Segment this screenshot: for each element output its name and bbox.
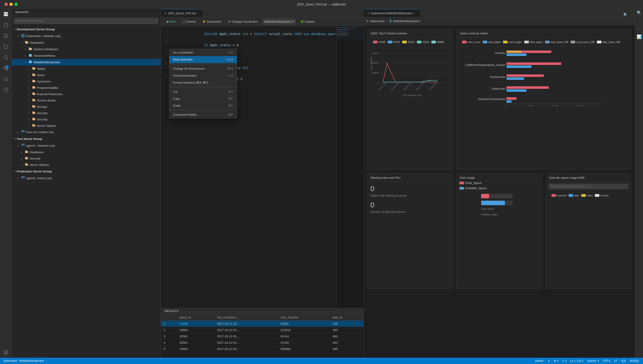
close-button[interactable] [5,3,8,6]
server-kubernetes[interactable]: ▾ kubernetes, <default> (sa) [12,33,161,39]
status-language[interactable]: SQL [621,359,626,362]
space-tables-more[interactable]: ··· [625,32,628,35]
svg-rect-57 [507,77,524,80]
down-arrow-icon[interactable]: ↓ [638,27,640,31]
tree-security-1[interactable]: ▸ Security [12,110,161,116]
tree-wideworldimporters[interactable]: ▾ WideWorldImporters [12,59,161,66]
search-icon[interactable] [3,54,9,60]
search-input[interactable] [14,18,159,24]
tree-system-databases[interactable]: ▸ System Databases [12,46,161,52]
status-dialect[interactable]: MSSQL [630,359,639,362]
group-header-test[interactable]: ▾ Test Server Group [12,135,161,142]
notifications-icon[interactable] [3,76,9,82]
tree-a1-server-objects[interactable]: ▸ Server Objects [12,162,161,168]
tree-programmability[interactable]: ▸ Programmability [12,84,161,91]
cancel-button[interactable]: Cancel [180,19,198,24]
dash-more-icon[interactable]: ··· [630,13,633,17]
data-file-search[interactable] [549,184,628,189]
svg-rect-55 [507,66,531,68]
tab-close-icon[interactable]: × [197,12,199,15]
data-file-more[interactable]: ··· [625,176,628,180]
df-unused: unused [600,194,608,197]
tree-synonyms[interactable]: ▸ Synonyms [12,78,161,84]
status-encoding[interactable]: UTF-8 [603,359,610,362]
tree-views[interactable]: ▸ Views [12,72,161,78]
bar-chart-icon[interactable]: 📊 [637,34,642,39]
ctx-format-document[interactable]: Format Document ⌥⇧F [169,72,237,79]
tree-storage[interactable]: ▸ Storage [12,104,161,110]
result-row-5[interactable]: 5 42563 2017-10-12 03:... 563056 665 [161,346,364,352]
minimize-button[interactable] [10,3,13,6]
history-icon[interactable] [3,87,9,93]
group-header-dev[interactable]: ▾ Development Server Group [12,26,161,33]
tree-security-2[interactable]: ▸ Security [12,116,161,122]
maximize-button[interactable] [15,3,18,6]
ctx-cut[interactable]: Cut ⌘X [169,88,237,95]
ctx-change-occurrences[interactable]: Change All Occurrences ⌘F2 [169,65,237,72]
status-spaces[interactable]: Spaces: 4 [587,359,599,362]
cell-max-dur: 61414 [278,333,330,340]
git-icon[interactable]: 1 [3,65,9,72]
zoom-icon[interactable]: 🔍 [637,10,642,15]
ctx-go-to-definition[interactable]: Go to Definition F12 [169,49,237,56]
tab-qds-query[interactable]: ≡ QDS_Query_Perf.sql × [161,9,203,17]
server-linuxvm[interactable]: ▸ linux-vm, master (sa) [12,129,161,135]
tree-a1-security[interactable]: ▸ Security [12,155,161,162]
status-master[interactable]: master* [535,359,544,362]
tab-kubernetes-dashboard[interactable]: ≡ kubernetes:WideWorldImporters × [364,9,420,17]
explain-button[interactable]: 🌿 Explain [298,19,317,24]
open-icon[interactable] [3,44,9,50]
sl-rows: rows_count [467,41,480,44]
tree-databases[interactable]: ▾ Databases [12,39,161,46]
dash-search-icon[interactable]: 🔍 [623,13,628,17]
tree-tables[interactable]: ▸ Tables [12,66,161,72]
qds-more-icon[interactable]: ··· [447,32,450,35]
result-row-1[interactable]: 1 41996 2017-10-11 10:... 61931 525 [161,320,364,327]
new-query-icon[interactable] [3,32,9,39]
chevron-a1sec-icon: ▸ [21,157,25,160]
clear-search-icon[interactable]: × [155,19,157,23]
tree-adventureworks[interactable]: ▸ AdventureWorks [12,52,161,59]
server-agent1[interactable]: ▾ agent1, <default> (sa) [12,142,161,149]
ctx-peek-definition[interactable]: Peek Definition ⌥F12 [169,56,237,63]
row-num: 2 [161,327,177,333]
result-row-2[interactable]: 2 42563 2017-10-12 03:... 221918 665 [161,327,364,333]
ctx-copy[interactable]: Copy ⌘C [169,95,237,102]
status-refresh-icon[interactable]: ↻ [548,359,550,362]
servers-icon[interactable] [3,11,9,17]
disconnect-button[interactable]: ⚡ Disconnect [200,19,224,24]
tree-service-broker[interactable]: ▸ Service Broker [12,97,161,104]
up-arrow-icon[interactable]: ↑ [638,19,640,23]
col-header-last-exec[interactable]: last_execution_... [214,314,278,320]
col-header-query-id[interactable]: query_id [177,314,214,320]
tree-server-objects-1[interactable]: ▸ Server Objects [12,122,161,129]
ctx-format-selection[interactable]: Format Selection [⌘K ⌘F] [169,79,237,86]
tree-ext-resources[interactable]: ▸ External Resources [12,91,161,97]
change-connection-button[interactable]: ⟳ Change Connection [226,19,260,24]
status-line-ending[interactable]: LF [614,359,617,362]
ctx-command-palette[interactable]: Command Palette... ⇧⌘P [169,111,237,118]
col-header-plan-id[interactable]: plan_id [330,314,364,320]
server-objects1-label: Server Objects [37,124,56,128]
ctx-paste[interactable]: Paste ⌘V [169,102,237,109]
svg-text:last_execution_time: last_execution_time [403,94,421,96]
svg-rect-70 [481,201,505,205]
results-table[interactable]: query_id last_execution_... max_duration… [161,314,364,358]
cell-plan-id: 663 [330,333,364,340]
svg-point-5 [4,56,7,59]
connection-dropdown[interactable]: WideWorldImporters ▾ [263,19,296,24]
result-row-3[interactable]: 3 42561 2017-10-12 03:... 61414 663 [161,333,364,340]
run-button[interactable]: ▶ Run [165,19,178,24]
tree-a1-databases[interactable]: ▸ Databases [12,149,161,155]
settings-icon[interactable] [3,349,9,356]
row-num: 5 [161,346,177,352]
group-header-prod[interactable]: ▾ Production Server Group [12,168,161,175]
new-file-icon[interactable] [3,22,9,28]
result-row-4[interactable]: 4 42561 2017-10-12 03:... 51169 663 [161,340,364,346]
disk-usage-more[interactable]: ··· [536,176,539,180]
code-editor[interactable]: 1 DECLARE @qds_status int = (SELECT actu… [161,26,336,308]
server-agent2[interactable]: ▸ agent2, master (sa) [12,175,161,182]
col-header-max-dur[interactable]: max_duration [278,314,330,320]
missing-index-more[interactable]: ··· [447,176,450,180]
dash-tab-close-icon[interactable]: × [415,12,416,15]
